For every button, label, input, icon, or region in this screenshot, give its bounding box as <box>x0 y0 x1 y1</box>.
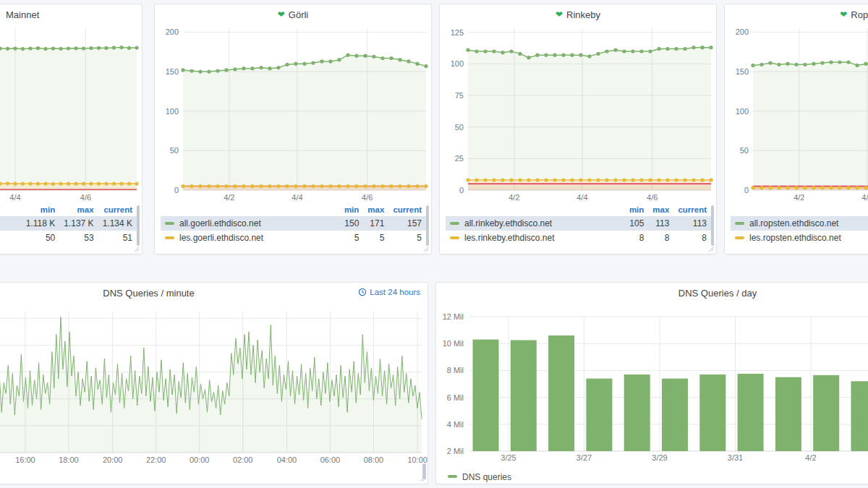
data-point[interactable] <box>751 64 754 67</box>
data-point[interactable] <box>579 53 582 57</box>
data-point[interactable] <box>838 60 841 64</box>
data-point[interactable] <box>829 186 833 189</box>
data-point[interactable] <box>276 184 280 188</box>
data-point[interactable] <box>768 61 772 65</box>
data-point[interactable] <box>311 61 315 65</box>
data-point[interactable] <box>794 63 798 67</box>
data-point[interactable] <box>864 186 867 189</box>
data-point[interactable] <box>596 178 600 181</box>
data-point[interactable] <box>415 62 419 66</box>
data-point[interactable] <box>337 184 341 188</box>
data-point[interactable] <box>346 53 349 57</box>
data-point[interactable] <box>605 178 608 181</box>
data-point[interactable] <box>82 182 85 186</box>
data-point[interactable] <box>363 54 367 58</box>
data-point[interactable] <box>302 62 306 66</box>
data-point[interactable] <box>250 67 254 70</box>
legend-row[interactable]: 505351 <box>0 231 137 245</box>
data-point[interactable] <box>112 46 116 49</box>
panel-header[interactable]: ❤ Görli <box>155 4 431 25</box>
data-point[interactable] <box>692 178 695 181</box>
data-point[interactable] <box>509 178 513 181</box>
data-point[interactable] <box>587 54 591 58</box>
data-point[interactable] <box>250 184 254 188</box>
panel-header[interactable]: ❤ Ropsten <box>725 4 868 25</box>
data-point[interactable] <box>6 47 9 51</box>
data-point[interactable] <box>21 47 25 51</box>
data-point[interactable] <box>820 186 824 189</box>
data-point[interactable] <box>570 53 574 57</box>
data-point[interactable] <box>561 53 565 57</box>
legend-row[interactable]: 1.118 K1.137 K1.134 K <box>0 216 137 231</box>
bar[interactable] <box>738 374 764 451</box>
legend-series-label[interactable]: les.ropsten.ethdisco.net <box>749 233 841 243</box>
data-point[interactable] <box>302 184 306 188</box>
data-point[interactable] <box>233 67 237 71</box>
data-point[interactable] <box>89 181 93 185</box>
panel-header[interactable]: DNS Queries / day <box>436 283 868 303</box>
data-point[interactable] <box>657 47 660 51</box>
data-point[interactable] <box>605 49 608 53</box>
legend-row[interactable]: all.ropsten.ethdisco.net <box>731 216 868 231</box>
data-point[interactable] <box>466 178 469 181</box>
legend-header[interactable]: min <box>340 204 363 216</box>
data-point[interactable] <box>475 49 478 53</box>
data-point[interactable] <box>224 68 228 72</box>
data-point[interactable] <box>242 67 245 70</box>
data-point[interactable] <box>424 64 427 68</box>
data-point[interactable] <box>415 184 419 188</box>
legend-scrollbar[interactable] <box>711 205 714 246</box>
data-point[interactable] <box>285 63 289 67</box>
legend-header[interactable]: min <box>625 204 648 216</box>
legend-row[interactable]: les.rinkeby.ethdisco.net888 <box>446 231 711 245</box>
data-point[interactable] <box>674 178 678 181</box>
data-point[interactable] <box>13 47 17 51</box>
data-point[interactable] <box>492 49 495 53</box>
data-point[interactable] <box>709 178 712 181</box>
data-point[interactable] <box>97 182 101 186</box>
data-point[interactable] <box>760 63 763 67</box>
data-point[interactable] <box>320 59 323 63</box>
data-point[interactable] <box>803 63 807 67</box>
legend-row[interactable]: les.goerli.ethdisco.net555 <box>161 231 426 245</box>
data-point[interactable] <box>613 178 617 181</box>
data-point[interactable] <box>838 186 841 189</box>
data-point[interactable] <box>483 178 487 181</box>
data-point[interactable] <box>622 178 626 181</box>
data-point[interactable] <box>82 46 85 50</box>
data-point[interactable] <box>311 184 315 188</box>
data-point[interactable] <box>36 181 40 185</box>
legend-header[interactable]: current <box>388 204 426 216</box>
data-point[interactable] <box>768 186 772 189</box>
data-point[interactable] <box>59 182 62 186</box>
data-point[interactable] <box>561 178 565 181</box>
legend-scrollbar[interactable] <box>426 205 429 246</box>
data-point[interactable] <box>613 48 617 52</box>
data-point[interactable] <box>812 62 815 66</box>
data-point[interactable] <box>104 46 108 50</box>
data-point[interactable] <box>475 178 478 181</box>
data-point[interactable] <box>466 48 469 52</box>
data-point[interactable] <box>579 178 582 181</box>
data-point[interactable] <box>407 184 410 188</box>
data-point[interactable] <box>59 47 62 51</box>
bar[interactable] <box>699 374 726 451</box>
legend-header[interactable]: min <box>22 204 59 216</box>
data-point[interactable] <box>259 66 263 69</box>
data-point[interactable] <box>846 60 850 64</box>
data-point[interactable] <box>207 70 210 74</box>
data-point[interactable] <box>501 178 504 181</box>
data-point[interactable] <box>89 46 93 50</box>
bar[interactable] <box>813 375 839 451</box>
data-point[interactable] <box>700 178 704 181</box>
data-point[interactable] <box>570 178 574 181</box>
data-point[interactable] <box>97 46 101 50</box>
data-point[interactable] <box>259 184 263 188</box>
data-point[interactable] <box>777 63 780 67</box>
data-point[interactable] <box>518 178 522 181</box>
data-point[interactable] <box>648 178 652 181</box>
data-point[interactable] <box>74 181 77 185</box>
data-point[interactable] <box>320 184 323 188</box>
data-point[interactable] <box>794 186 798 189</box>
data-point[interactable] <box>119 46 123 49</box>
